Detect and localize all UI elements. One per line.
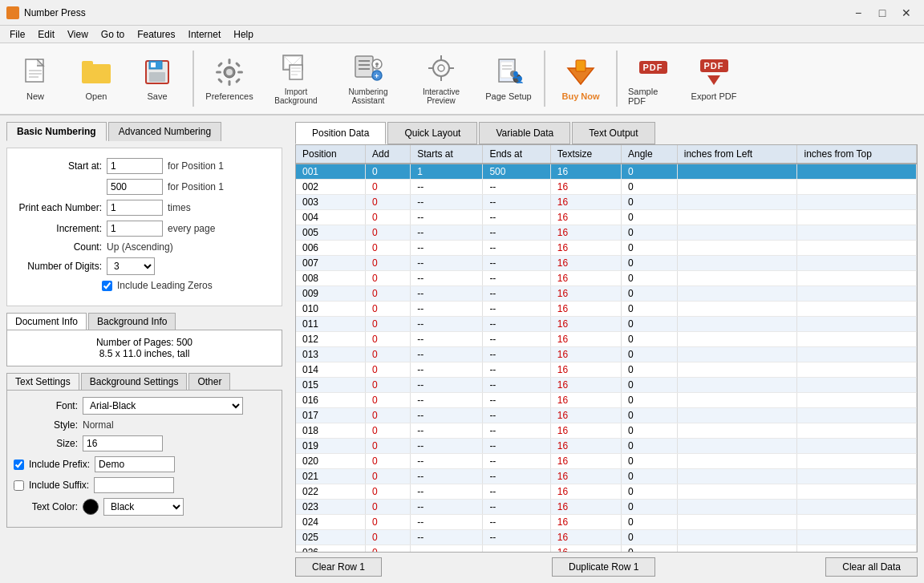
start-at-input[interactable] xyxy=(107,158,163,174)
menu-goto[interactable]: Go to xyxy=(95,27,131,42)
tab-advanced-numbering[interactable]: Advanced Numbering xyxy=(108,122,221,141)
import-background-button[interactable]: Import Background xyxy=(261,47,330,111)
table-cell: 16 xyxy=(550,362,621,378)
preferences-button[interactable]: Preferences xyxy=(201,47,258,111)
table-row[interactable]: 0160----160 xyxy=(296,393,917,408)
table-row[interactable]: 0220----160 xyxy=(296,484,917,500)
increment-input[interactable] xyxy=(107,221,163,237)
table-row[interactable]: 0250----160 xyxy=(296,530,917,545)
interactive-preview-button[interactable]: Interactive Preview xyxy=(406,47,476,111)
menu-help[interactable]: Help xyxy=(227,27,260,42)
tab-text-output[interactable]: Text Output xyxy=(572,122,654,144)
table-row[interactable]: 0240----160 xyxy=(296,515,917,530)
menu-view[interactable]: View xyxy=(61,27,95,42)
save-button[interactable]: Save xyxy=(128,47,186,111)
table-row[interactable]: 0070----160 xyxy=(296,256,917,271)
table-cell: 012 xyxy=(296,332,366,347)
size-info: 8.5 x 11.0 inches, tall xyxy=(14,348,275,359)
maximize-button[interactable]: □ xyxy=(871,2,894,24)
suffix-input[interactable] xyxy=(94,477,174,493)
open-button[interactable]: Open xyxy=(67,47,125,111)
menu-edit[interactable]: Edit xyxy=(31,27,61,42)
import-background-label: Import Background xyxy=(265,87,326,105)
leading-zeros-checkbox[interactable] xyxy=(102,281,112,291)
menu-internet[interactable]: Internet xyxy=(182,27,228,42)
print-each-input[interactable] xyxy=(107,200,163,216)
minimize-button[interactable]: − xyxy=(847,2,869,24)
app-title: Number Press xyxy=(24,7,86,18)
table-row[interactable]: 0030----160 xyxy=(296,195,917,210)
table-cell: -- xyxy=(411,439,483,454)
prefix-input[interactable] xyxy=(95,456,175,472)
table-cell: -- xyxy=(483,347,550,362)
table-row[interactable]: 0190----160 xyxy=(296,439,917,454)
table-cell: 0 xyxy=(366,164,411,180)
buy-now-button[interactable]: Buy Now xyxy=(552,47,610,111)
tab-background-settings[interactable]: Background Settings xyxy=(81,373,188,390)
table-row[interactable]: 0050----160 xyxy=(296,225,917,241)
export-pdf-button[interactable]: PDF Export PDF xyxy=(685,47,743,111)
table-cell: 0 xyxy=(366,180,411,195)
table-row[interactable]: 0260----160 xyxy=(296,545,917,553)
menu-features[interactable]: Features xyxy=(131,27,181,42)
tab-variable-data[interactable]: Variable Data xyxy=(479,122,570,144)
tab-position-data[interactable]: Position Data xyxy=(295,122,386,144)
start-at-input-2[interactable] xyxy=(107,179,163,195)
table-row[interactable]: 0230----160 xyxy=(296,500,917,515)
leading-zeros-row: Include Leading Zeros xyxy=(14,280,275,291)
table-cell xyxy=(677,515,797,530)
table-row[interactable]: 0120----160 xyxy=(296,332,917,347)
table-cell: 16 xyxy=(550,423,621,439)
table-cell: 0 xyxy=(622,408,678,423)
table-cell: 0 xyxy=(366,545,411,553)
digits-select[interactable]: 3 1 2 4 5 xyxy=(107,257,155,275)
table-row[interactable]: 0170----160 xyxy=(296,408,917,423)
table-row[interactable]: 0090----160 xyxy=(296,286,917,302)
table-row[interactable]: 0130----160 xyxy=(296,347,917,362)
font-select[interactable]: Arial-Black xyxy=(83,397,243,415)
size-input[interactable] xyxy=(83,435,163,451)
tab-other-settings[interactable]: Other xyxy=(188,373,230,390)
interactive-preview-label: Interactive Preview xyxy=(410,87,472,105)
color-select[interactable]: Black xyxy=(103,498,184,516)
table-row[interactable]: 0100----160 xyxy=(296,302,917,317)
table-row[interactable]: 0020----160 xyxy=(296,180,917,195)
table-cell xyxy=(677,500,797,515)
tab-background-info[interactable]: Background Info xyxy=(88,313,176,330)
tab-basic-numbering[interactable]: Basic Numbering xyxy=(6,122,107,141)
table-row[interactable]: 0110----160 xyxy=(296,317,917,332)
table-cell: 0 xyxy=(622,484,678,500)
suffix-checkbox[interactable] xyxy=(14,480,24,491)
new-label: New xyxy=(26,91,44,101)
table-row[interactable]: 0180----160 xyxy=(296,423,917,439)
table-row[interactable]: 00101500160 xyxy=(296,164,917,180)
clear-all-data-button[interactable]: Clear all Data xyxy=(825,557,918,577)
table-cell: 018 xyxy=(296,423,366,439)
new-button[interactable]: New xyxy=(6,47,64,111)
prefix-checkbox[interactable] xyxy=(14,460,24,470)
table-row[interactable]: 0060----160 xyxy=(296,241,917,256)
table-row[interactable]: 0200----160 xyxy=(296,454,917,469)
color-swatch[interactable] xyxy=(83,499,99,515)
menu-file[interactable]: File xyxy=(3,27,31,42)
tab-text-settings[interactable]: Text Settings xyxy=(6,373,79,390)
tab-document-info[interactable]: Document Info xyxy=(6,313,87,330)
tab-quick-layout[interactable]: Quick Layout xyxy=(387,122,477,144)
svg-rect-6 xyxy=(151,63,156,67)
numbering-assistant-button[interactable]: + 1 Numbering Assistant xyxy=(334,47,403,111)
table-cell: -- xyxy=(483,332,550,347)
table-row[interactable]: 0140----160 xyxy=(296,362,917,378)
table-cell: 16 xyxy=(550,530,621,545)
table-row[interactable]: 0040----160 xyxy=(296,210,917,225)
close-button[interactable]: ✕ xyxy=(895,2,918,24)
page-setup-button[interactable]: 👤 👤 Page Setup xyxy=(480,47,537,111)
table-row[interactable]: 0080----160 xyxy=(296,271,917,286)
table-row[interactable]: 0150----160 xyxy=(296,378,917,393)
duplicate-row-button[interactable]: Duplicate Row 1 xyxy=(552,557,655,577)
interactive-preview-icon xyxy=(425,52,457,84)
table-cell xyxy=(797,256,917,271)
clear-row-button[interactable]: Clear Row 1 xyxy=(295,557,382,577)
new-icon xyxy=(19,56,51,88)
table-row[interactable]: 0210----160 xyxy=(296,469,917,484)
sample-pdf-button[interactable]: PDF Sample PDF xyxy=(624,47,682,111)
